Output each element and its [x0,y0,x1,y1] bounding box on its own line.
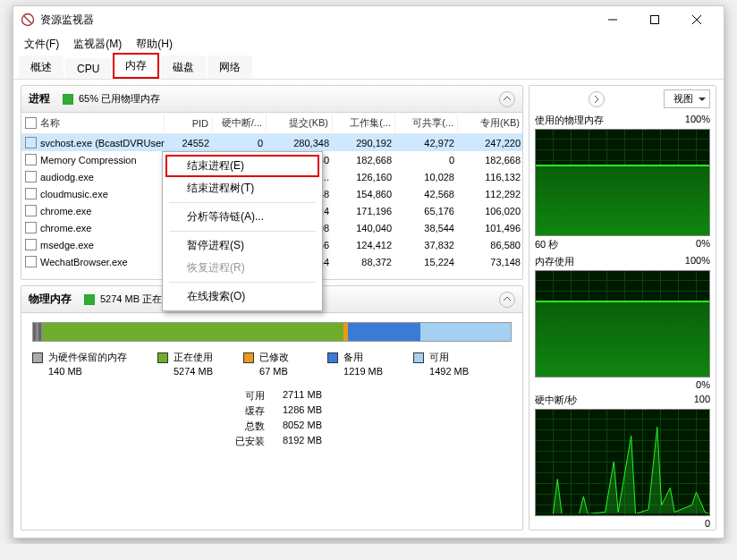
row-checkbox[interactable] [25,239,37,250]
select-all-checkbox[interactable] [25,117,37,129]
physical-memory-panel: 物理内存 5274 MB 正在使用 2711 MB 可用 为硬件保留的内存140 [21,285,523,530]
g2-right: 100% [685,255,710,268]
tab-cpu[interactable]: CPU [65,58,111,79]
sum-installed-l: 已安装 [229,435,265,448]
col-private[interactable]: 专用(KB) [458,115,522,132]
svg-rect-1 [650,16,658,24]
collapse-button[interactable] [499,292,515,308]
col-share[interactable]: 可共享(... [395,115,458,132]
tab-overview[interactable]: 概述 [19,55,64,79]
row-checkbox[interactable] [25,256,37,267]
row-checkbox[interactable] [25,137,37,148]
row-checkbox[interactable] [25,154,37,165]
g3-right: 100 [694,394,710,407]
legend-modified-val: 67 MB [243,366,288,377]
physmem-title: 物理内存 [29,292,72,307]
titlebar: 资源监视器 [13,6,724,33]
g2-title: 内存使用 [535,255,574,268]
legend-inuse-val: 5274 MB [157,366,213,377]
graph-hard-faults: 硬中断/秒100 0 [535,394,710,529]
view-label: 视图 [673,92,693,106]
close-button[interactable] [676,7,716,32]
context-menu: 结束进程(E) 结束进程树(T) 分析等待链(A)... 暂停进程(S) 恢复进… [162,151,323,311]
g1-br: 0% [696,238,710,251]
tab-memory[interactable]: 内存 [113,53,159,79]
legend-inuse: 正在使用 [174,351,213,364]
ctx-search-online[interactable]: 在线搜索(O) [165,285,319,308]
graph-memory-usage: 内存使用100% 0% [535,255,710,390]
window-title: 资源监视器 [40,13,592,28]
g2-br: 0% [696,379,710,390]
ctx-resume: 恢复进程(R) [165,257,319,279]
tab-disk[interactable]: 磁盘 [161,55,206,79]
seg-reserved [33,323,43,341]
menu-file[interactable]: 文件(F) [17,35,66,54]
menu-monitor[interactable]: 监视器(M) [66,35,129,54]
tabbar: 概述 CPU 内存 磁盘 网络 [13,55,724,80]
col-pid[interactable]: PID [165,116,213,131]
table-row[interactable]: svchost.exe (BcastDVRUser... 245520280,3… [21,134,522,151]
tab-network[interactable]: 网络 [208,55,252,79]
memory-bar [32,322,512,342]
legend-reserved-val: 140 MB [32,366,82,377]
row-checkbox[interactable] [25,222,37,233]
g1-bl: 60 秒 [535,238,558,251]
table-header: 名称 PID 硬中断/... 提交(KB) 工作集(... 可共享(... 专用… [21,113,522,134]
menubar: 文件(F) 监视器(M) 帮助(H) [13,33,724,55]
ctx-analyze-wait[interactable]: 分析等待链(A)... [165,206,319,228]
sum-available-v: 2711 MB [283,389,322,403]
sum-cached-l: 缓存 [229,404,265,418]
g1-right: 100% [685,114,710,127]
collapse-button[interactable] [499,91,515,107]
maximize-button[interactable] [634,7,674,32]
ctx-end-tree[interactable]: 结束进程树(T) [165,177,319,199]
col-commit[interactable]: 提交(KB) [267,115,333,132]
legend-standby-val: 1219 MB [327,366,383,377]
graphs-pane: 视图 使用的物理内存100% 60 秒0% 内存使用100% 0% 硬中断/秒1… [529,85,716,530]
seg-free [420,323,511,341]
legend-standby: 备用 [343,351,363,364]
seg-inuse [43,323,343,341]
meter-text: 65% 已用物理内存 [79,92,160,106]
col-name[interactable]: 名称 [40,116,60,130]
legend-free: 可用 [429,351,449,364]
row-checkbox[interactable] [25,188,37,199]
seg-standby [348,323,419,341]
legend-reserved: 为硬件保留的内存 [48,351,127,364]
ctx-suspend[interactable]: 暂停进程(S) [165,234,319,257]
g3-br: 0 [705,518,710,529]
sum-cached-v: 1286 MB [283,404,322,418]
legend-free-val: 1492 MB [413,366,469,377]
g1-title: 使用的物理内存 [535,114,604,127]
sum-total-v: 8052 MB [283,420,322,433]
memory-meter: 65% 已用物理内存 [63,92,160,106]
expand-graphs-button[interactable] [589,91,605,107]
col-hardfaults[interactable]: 硬中断/... [213,115,267,132]
memory-summary: 可用2711 MB 缓存1286 MB 总数8052 MB 已安装8192 MB [32,389,512,448]
row-checkbox[interactable] [25,171,37,182]
app-window: 资源监视器 文件(F) 监视器(M) 帮助(H) 概述 CPU 内存 磁盘 网络… [13,5,724,539]
sum-installed-v: 8192 MB [283,435,322,448]
menu-help[interactable]: 帮助(H) [129,35,180,54]
app-icon [21,13,35,27]
sum-total-l: 总数 [229,420,265,433]
processes-title: 进程 [29,91,50,106]
g3-title: 硬中断/秒 [535,394,577,407]
minimize-button[interactable] [592,7,632,32]
sum-available-l: 可用 [229,389,265,403]
legend-modified: 已修改 [259,351,289,364]
col-ws[interactable]: 工作集(... [333,115,395,132]
graph-physical-memory: 使用的物理内存100% 60 秒0% [535,114,710,251]
view-dropdown[interactable]: 视图 [664,89,710,108]
row-checkbox[interactable] [25,205,37,216]
ctx-end-process[interactable]: 结束进程(E) [165,155,319,177]
legend: 为硬件保留的内存140 MB 正在使用5274 MB 已修改67 MB 备用12… [32,351,512,377]
